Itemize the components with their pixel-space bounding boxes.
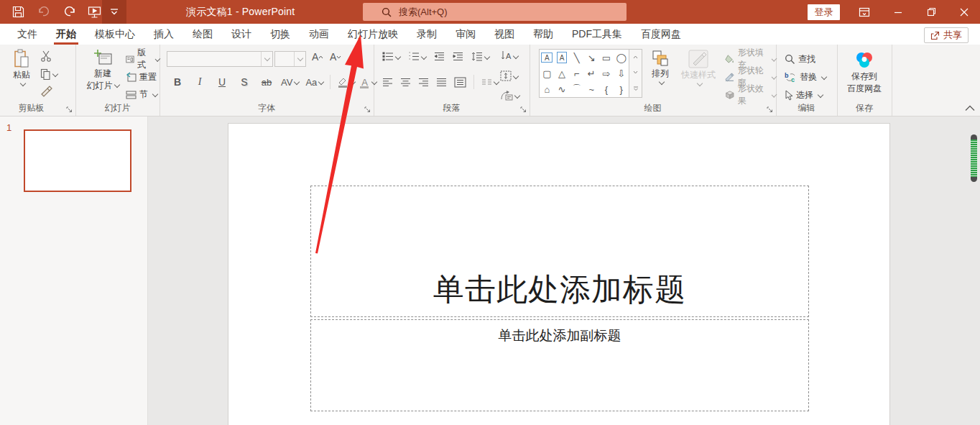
redo-icon[interactable]	[57, 0, 82, 24]
search-input[interactable]	[397, 6, 601, 18]
paste-dropdown-icon[interactable]	[19, 81, 25, 86]
line-spacing-button[interactable]	[471, 52, 489, 61]
columns-button[interactable]	[481, 78, 499, 87]
tab-baidu-netdisk[interactable]: 百度网盘	[632, 24, 690, 45]
tab-view[interactable]: 视图	[485, 24, 524, 45]
undo-icon[interactable]	[32, 0, 56, 24]
tab-review[interactable]: 审阅	[446, 24, 485, 45]
shape-arc-icon[interactable]: ⌒	[570, 82, 583, 96]
shape-line-icon[interactable]: ╲	[570, 50, 583, 65]
shapes-scroll-up-icon[interactable]	[633, 55, 638, 59]
shape-elbow-connector-icon[interactable]: ⌐	[570, 66, 583, 81]
shapes-scroll-down-icon[interactable]	[633, 70, 638, 74]
shape-elbow-arrow-icon[interactable]: ↵	[585, 66, 598, 81]
numbering-button[interactable]	[408, 52, 426, 61]
tab-home[interactable]: 开始	[47, 24, 85, 45]
subtitle-placeholder[interactable]: 单击此处添加副标题	[310, 319, 809, 411]
minimize-button[interactable]	[887, 0, 910, 24]
arrange-button[interactable]: 排列	[646, 49, 675, 84]
slide-thumbnail[interactable]	[24, 129, 131, 192]
copy-dropdown-icon[interactable]	[52, 71, 58, 77]
strikethrough-button[interactable]: ab	[259, 77, 274, 88]
shape-rounded-rectangle-icon[interactable]: ▢	[540, 66, 554, 81]
close-button[interactable]	[953, 0, 976, 24]
align-left-button[interactable]	[382, 78, 393, 87]
replace-button[interactable]: bc 替换	[785, 68, 826, 86]
shrink-font-button[interactable]: A	[330, 51, 341, 63]
tab-pdf-tools[interactable]: PDF工具集	[563, 24, 632, 45]
vertical-scrollbar-thumb[interactable]	[971, 134, 977, 182]
format-painter-button[interactable]	[40, 86, 52, 98]
layout-button[interactable]: 版式	[126, 50, 160, 68]
tab-help[interactable]: 帮助	[524, 24, 563, 45]
slide-thumbnail-panel[interactable]: 1	[0, 116, 148, 425]
underline-button[interactable]: U	[214, 76, 230, 88]
align-right-button[interactable]	[418, 78, 429, 87]
restore-button[interactable]	[920, 0, 943, 24]
character-spacing-button[interactable]: AV	[281, 77, 299, 88]
save-icon[interactable]	[6, 0, 30, 24]
text-shadow-button[interactable]: S	[236, 76, 252, 88]
copy-button[interactable]	[40, 68, 57, 80]
slide-canvas[interactable]: 单击此处添加标题 单击此处添加副标题	[228, 123, 890, 425]
reset-button[interactable]: 重置	[126, 68, 157, 86]
distribute-button[interactable]	[454, 77, 466, 88]
customize-qat-icon[interactable]	[102, 0, 126, 24]
shape-right-brace-icon[interactable]: }	[614, 82, 628, 96]
shape-triangle-icon[interactable]: △	[555, 66, 568, 81]
clipboard-dialog-launcher-icon[interactable]	[65, 106, 73, 114]
shape-freeform-icon[interactable]: ⌂	[540, 82, 554, 96]
tab-design[interactable]: 设计	[222, 24, 261, 45]
text-direction-button[interactable]: A	[500, 50, 518, 61]
shape-right-arrow-icon[interactable]: ⇨	[599, 66, 613, 81]
shape-curve-icon[interactable]: ~	[585, 82, 598, 96]
login-button[interactable]: 登录	[808, 4, 840, 20]
highlight-color-button[interactable]	[337, 76, 355, 88]
tab-animations[interactable]: 动画	[300, 24, 338, 45]
change-case-button[interactable]: Aa	[305, 77, 323, 88]
new-slide-dropdown-icon[interactable]	[114, 82, 119, 88]
paragraph-dialog-launcher-icon[interactable]	[519, 106, 527, 114]
ribbon-display-options-icon[interactable]	[853, 0, 876, 24]
tab-draw[interactable]: 绘图	[183, 24, 222, 45]
italic-button[interactable]: I	[192, 76, 208, 88]
quick-styles-button[interactable]: 快速样式	[678, 49, 719, 86]
shape-textbox-icon[interactable]: A	[541, 52, 553, 63]
share-button[interactable]: 共享	[924, 27, 969, 43]
align-center-button[interactable]	[400, 78, 411, 87]
title-placeholder[interactable]: 单击此处添加标题	[310, 186, 809, 317]
decrease-indent-button[interactable]	[434, 52, 445, 61]
shape-vertical-textbox-icon[interactable]: A	[557, 52, 567, 63]
increase-indent-button[interactable]	[453, 52, 463, 61]
section-button[interactable]: 节	[126, 86, 157, 103]
search-box[interactable]	[363, 3, 627, 21]
justify-button[interactable]	[436, 78, 447, 87]
font-dialog-launcher-icon[interactable]	[364, 106, 371, 114]
tab-file[interactable]: 文件	[8, 24, 47, 45]
tab-insert[interactable]: 插入	[144, 24, 183, 45]
bold-button[interactable]: B	[170, 76, 185, 88]
new-slide-button[interactable]: 新建 幻灯片	[84, 49, 121, 92]
font-size-combo[interactable]	[274, 51, 306, 67]
shape-left-brace-icon[interactable]: {	[599, 82, 613, 96]
align-text-button[interactable]	[500, 70, 518, 81]
grow-font-button[interactable]: A	[312, 51, 323, 63]
tab-transitions[interactable]: 切换	[261, 24, 300, 45]
shape-rectangle-icon[interactable]: ▭	[599, 50, 613, 65]
bullets-button[interactable]	[382, 52, 400, 61]
tab-slideshow[interactable]: 幻灯片放映	[338, 24, 407, 45]
shape-line-arrow-icon[interactable]: ↘	[585, 50, 598, 65]
find-button[interactable]: 查找	[785, 50, 815, 68]
shape-effects-button[interactable]: 形状效果	[725, 86, 776, 104]
save-to-baidu-netdisk-button[interactable]: 保存到 百度网盘	[843, 49, 886, 95]
collapse-ribbon-icon[interactable]	[965, 105, 978, 115]
convert-to-smartart-button[interactable]	[500, 90, 519, 101]
shape-down-arrow-icon[interactable]: ⇩	[614, 66, 628, 81]
font-name-combo[interactable]	[167, 51, 273, 67]
clear-formatting-button[interactable]: A	[349, 51, 363, 63]
select-button[interactable]: 选择	[785, 86, 823, 104]
tab-record[interactable]: 录制	[407, 24, 446, 45]
drawing-dialog-launcher-icon[interactable]	[766, 106, 774, 114]
shape-oval-icon[interactable]: ◯	[614, 50, 628, 65]
shape-scribble-icon[interactable]: ∿	[555, 82, 568, 96]
